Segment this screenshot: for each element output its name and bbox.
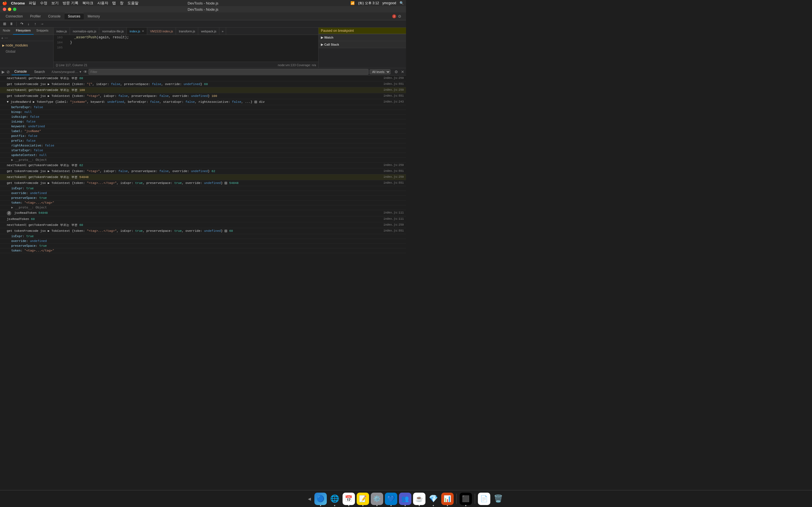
editor-area[interactable]: 103 _assertPush(again, result); 104 }: [54, 35, 318, 62]
close-console-icon[interactable]: ✕: [401, 69, 404, 74]
path-dropdown-icon[interactable]: ▾: [80, 70, 81, 74]
file-tab-normalize-file[interactable]: normalize-file.js: [99, 27, 126, 35]
clock: (화) 오후 3:12: [358, 1, 379, 6]
console-entry: index.js:259 nextToken이 getTokenFromCode…: [0, 87, 406, 93]
console-body[interactable]: index.js:259 nextToken이 getTokenFromCode…: [0, 75, 406, 253]
file-tabs: index.js normalize-opts.js normalize-fil…: [54, 27, 318, 35]
obj-prop: override: undefined: [0, 239, 406, 244]
menu-help[interactable]: 도움말: [128, 1, 139, 6]
source-link[interactable]: index.js:243: [384, 100, 404, 104]
add-folder-icon[interactable]: +: [1, 36, 3, 40]
menu-window[interactable]: 창: [120, 1, 123, 6]
maximize-button[interactable]: [13, 8, 16, 11]
file-tab-index1[interactable]: index.js: [54, 27, 70, 35]
clear-console-icon[interactable]: ⊘: [6, 69, 10, 74]
obj-prop: rightAssociative: false: [0, 144, 406, 148]
console-entry: index.js:551 get tokenFromcode jsx ▶ Tok…: [0, 168, 406, 174]
call-stack-header[interactable]: ▶ Call Stack: [319, 41, 406, 48]
editor-panel: index.js normalize-opts.js normalize-fil…: [54, 27, 319, 68]
folder-node-modules[interactable]: ▶ node_modules: [0, 42, 53, 48]
close-button[interactable]: [3, 8, 6, 11]
source-link[interactable]: index.js:259: [384, 223, 404, 227]
apple-menu[interactable]: 🍎: [2, 1, 7, 5]
traffic-lights: [3, 8, 16, 11]
file-tab-index-active[interactable]: index.js ✕: [127, 27, 147, 35]
tab-node[interactable]: Node: [0, 27, 13, 35]
editor-line-105: 105: [54, 45, 318, 50]
tab-filesystem[interactable]: Filesystem: [13, 27, 34, 35]
close-tab-icon[interactable]: ✕: [142, 30, 144, 33]
file-item[interactable]: Global: [0, 48, 53, 55]
tab-memory[interactable]: Memory: [84, 13, 103, 19]
tab-label: VM1533 index.js: [150, 30, 173, 33]
more-tabs-button[interactable]: »: [219, 27, 226, 35]
menu-user[interactable]: 사용자: [97, 1, 108, 6]
tab-connection[interactable]: Connection: [2, 13, 26, 19]
file-tree-body: ▶ node_modules Global: [0, 41, 53, 68]
search-icon[interactable]: 🔍: [400, 1, 404, 5]
username: ymcgood: [382, 1, 396, 5]
folder-label: node_modules: [6, 43, 28, 47]
step-icon[interactable]: →: [39, 21, 45, 27]
tab-profiler[interactable]: Profiler: [27, 13, 44, 19]
source-link[interactable]: index.js:551: [384, 94, 404, 98]
watch-label: Watch: [324, 36, 334, 39]
menubar: 🍎 Chrome 파일 수정 보기 방문 기록 북마크 사용자 탭 창 도움말 …: [0, 0, 406, 6]
obj-prop[interactable]: ▶ __proto__: Object: [0, 205, 406, 210]
file-tab-transform[interactable]: transform.js: [176, 27, 198, 35]
minimize-button[interactable]: [8, 8, 11, 11]
obj-prop: binop: null: [0, 110, 406, 115]
menu-view[interactable]: 보기: [51, 1, 59, 6]
source-link[interactable]: index.js:111: [384, 211, 404, 215]
obj-prop: override: undefined: [0, 191, 406, 196]
tab-label: index.js: [56, 30, 67, 33]
folder-arrow-icon: ▶: [2, 44, 4, 47]
step-into-icon[interactable]: ↓: [26, 21, 31, 27]
file-tab-webpack[interactable]: webpack.js: [198, 27, 219, 35]
source-link[interactable]: index.js:111: [384, 217, 404, 221]
file-tab-vm1533[interactable]: VM1533 index.js: [147, 27, 176, 35]
source-link[interactable]: index.js:551: [384, 181, 404, 185]
obj-prop: isAssign: false: [0, 115, 406, 119]
source-link[interactable]: index.js:551: [384, 169, 404, 173]
file-tab-normalize-opts[interactable]: normalize-opts.js: [70, 27, 99, 35]
obj-prop[interactable]: ▶ __proto__: Object: [0, 158, 406, 163]
tab-console[interactable]: Console: [45, 13, 64, 19]
toggle-console-icon[interactable]: ▶: [2, 69, 5, 74]
console-panel: ▶ ⊘ Console Search /Users/ymcgood/.... ▾…: [0, 68, 406, 253]
console-entry: index.js:551 get tokenFromcode jsx ▶ Tok…: [0, 93, 406, 99]
menu-history[interactable]: 방문 기록: [63, 1, 79, 6]
app-name[interactable]: Chrome: [11, 1, 25, 5]
level-select[interactable]: All levels: [370, 69, 391, 74]
wifi-icon: 📶: [350, 1, 355, 5]
watch-header[interactable]: ▶ Watch: [319, 34, 406, 41]
obj-prop: beforeExpr: false: [0, 105, 406, 110]
filter-input[interactable]: [89, 69, 368, 75]
source-link[interactable]: index.js:551: [384, 229, 404, 233]
more-options-icon[interactable]: ⋯: [4, 36, 8, 40]
source-link[interactable]: index.js:259: [384, 76, 404, 80]
obj-prop: preserveSpace: true: [0, 244, 406, 248]
source-link[interactable]: index.js:259: [384, 175, 404, 179]
pause-icon[interactable]: ⏸: [8, 21, 14, 27]
tab-snippets[interactable]: Snippets: [34, 27, 51, 35]
step-out-icon[interactable]: ↑: [33, 21, 38, 27]
source-link[interactable]: index.js:259: [384, 88, 404, 93]
settings-icon[interactable]: ⚙: [398, 14, 402, 18]
tab-sources[interactable]: Sources: [64, 13, 84, 19]
expand-icon[interactable]: ▼: [7, 100, 9, 104]
menu-file[interactable]: 파일: [29, 1, 36, 6]
menu-edit[interactable]: 수정: [40, 1, 47, 6]
source-link[interactable]: index.js:259: [384, 163, 404, 168]
menu-tab[interactable]: 탭: [112, 1, 116, 6]
console-settings-icon[interactable]: ⚙: [395, 69, 398, 74]
tab-label: normalize-opts.js: [73, 30, 96, 33]
toggle-panel-icon[interactable]: ⊞: [2, 21, 7, 27]
menu-bookmark[interactable]: 북마크: [82, 1, 93, 6]
eye-icon[interactable]: 👁: [84, 69, 87, 74]
tab-label: index.js: [130, 30, 140, 33]
source-link[interactable]: index.js:551: [384, 82, 404, 87]
step-over-icon[interactable]: ↷: [19, 21, 24, 27]
tab-console-main[interactable]: Console: [11, 68, 30, 75]
tab-search[interactable]: Search: [31, 69, 48, 75]
